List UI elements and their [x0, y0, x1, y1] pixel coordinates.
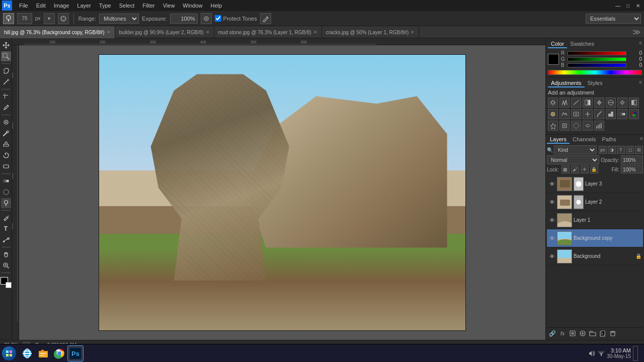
filter-shape-icon[interactable]: ◻ [626, 146, 634, 154]
healing-tool[interactable] [1, 117, 11, 127]
dodge-tool-btn[interactable] [3, 13, 14, 24]
fill-input[interactable]: 100% [621, 165, 643, 173]
menu-file[interactable]: File [15, 2, 32, 10]
layer-item-layer1[interactable]: 👁 Layer 1 [547, 211, 643, 229]
tab-paths[interactable]: Paths [599, 136, 619, 144]
layer1-visibility-toggle[interactable]: 👁 [548, 217, 555, 224]
show-desktop-btn[interactable] [633, 346, 638, 361]
wand-tool[interactable] [1, 77, 11, 87]
menu-edit[interactable]: Edit [32, 2, 50, 10]
adj-icon-10[interactable] [559, 121, 570, 131]
adj-panel-menu[interactable]: ≡ [639, 79, 642, 87]
tab-builder-close[interactable]: ✕ [206, 30, 210, 35]
layer-item-background[interactable]: 👁 Background 🔒 [547, 247, 643, 265]
background-visibility-toggle[interactable]: 👁 [548, 253, 555, 260]
r-slider-track[interactable] [568, 51, 626, 55]
bw-adj-icon[interactable] [629, 98, 639, 108]
adj-icon-9[interactable] [548, 121, 558, 131]
pen-tool[interactable] [1, 213, 11, 223]
exposure-adj-icon[interactable] [583, 98, 593, 108]
tab-hill[interactable]: hill.jpg @ 76.3% (Background copy, RGB/8… [0, 26, 115, 38]
dodge-tool[interactable] [1, 198, 11, 208]
taskbar-chrome-btn[interactable] [51, 345, 67, 361]
brush-settings-btn[interactable] [58, 13, 69, 24]
new-layer-btn[interactable] [599, 329, 607, 337]
crop-tool[interactable] [1, 92, 11, 102]
tab-channels[interactable]: Channels [570, 136, 599, 144]
selectivecolor-adj-icon[interactable] [629, 109, 639, 119]
layer-item-layer2[interactable]: 👁 Layer 2 [547, 193, 643, 211]
range-dropdown[interactable]: Midtones Shadows Highlights [99, 14, 139, 24]
channelmixer-adj-icon[interactable] [559, 109, 570, 119]
stamp-tool[interactable] [1, 139, 11, 149]
airbrush-btn[interactable] [260, 13, 271, 24]
blur-tool[interactable] [1, 187, 11, 197]
layer-fx-btn[interactable]: fx [558, 329, 567, 337]
menu-image[interactable]: Image [50, 2, 73, 10]
invert-adj-icon[interactable] [583, 109, 593, 119]
threshold-adj-icon[interactable] [606, 109, 616, 119]
menu-layer[interactable]: Layer [73, 2, 95, 10]
filter-adj-icon[interactable]: ◑ [608, 146, 616, 154]
brush-tool[interactable] [1, 128, 11, 138]
tab-mudstone-close[interactable]: ✕ [313, 30, 317, 35]
colorbalance-adj-icon[interactable] [617, 98, 627, 108]
exposure-adjust-btn[interactable] [201, 13, 212, 24]
brush-size-display[interactable]: 76 [17, 13, 32, 24]
menu-filter[interactable]: Filter [138, 2, 158, 10]
opacity-input[interactable]: 100% [621, 155, 643, 164]
move-tool[interactable] [1, 40, 11, 50]
history-tool[interactable] [1, 150, 11, 160]
protect-tones-checkbox[interactable] [215, 15, 221, 22]
layer-item-layer3[interactable]: 👁 Layer 3 [547, 175, 643, 193]
zoom-tool[interactable] [1, 260, 11, 270]
hand-tool[interactable] [1, 249, 11, 259]
selection-tool[interactable] [1, 51, 11, 61]
tab-hill-close[interactable]: ✕ [107, 30, 111, 35]
layers-panel-menu[interactable]: ≡ [640, 136, 643, 144]
colorlookup-adj-icon[interactable] [571, 109, 581, 119]
taskbar-photoshop-btn[interactable]: Ps [67, 345, 84, 361]
menu-view[interactable]: View [159, 2, 179, 10]
lock-transparent-icon[interactable]: ▦ [561, 165, 570, 173]
add-mask-btn[interactable] [569, 329, 577, 337]
tab-adjustments[interactable]: Adjustments [548, 79, 585, 87]
filter-pixel-icon[interactable]: px [599, 146, 607, 154]
lasso-tool[interactable] [1, 66, 11, 76]
menu-window[interactable]: Window [179, 2, 206, 10]
maximize-button[interactable]: □ [624, 2, 632, 9]
taskbar-explorer-btn[interactable] [35, 345, 51, 361]
gradient-tool[interactable] [1, 176, 11, 186]
new-group-btn[interactable] [589, 329, 597, 337]
adj-icon-12[interactable] [583, 121, 593, 131]
active-color-swatch[interactable] [548, 54, 559, 65]
tab-styles[interactable]: Styles [585, 79, 606, 87]
menu-help[interactable]: Help [206, 2, 226, 10]
bgcopy-visibility-toggle[interactable]: 👁 [548, 235, 555, 242]
lock-position-icon[interactable]: ✛ [581, 165, 589, 173]
b-slider-track[interactable] [568, 63, 626, 67]
tab-cracks-close[interactable]: ✕ [411, 30, 415, 35]
spectrum-bar[interactable] [548, 70, 642, 75]
brush-options-btn[interactable]: ▾ [44, 13, 55, 24]
fg-bg-colors[interactable] [1, 277, 12, 288]
levels-adj-icon[interactable] [559, 98, 570, 108]
menu-type[interactable]: Type [95, 2, 115, 10]
eraser-tool[interactable] [1, 161, 11, 171]
path-tool[interactable] [1, 235, 11, 245]
new-adj-layer-btn[interactable] [579, 329, 587, 337]
hsl-adj-icon[interactable] [606, 98, 616, 108]
text-tool[interactable]: T [1, 224, 11, 234]
tab-builder[interactable]: builder.jpg @ 90.9% (Layer 2, RGB/8) ✕ [115, 26, 214, 38]
delete-layer-btn[interactable] [609, 329, 617, 337]
tab-swatches[interactable]: Swatches [567, 40, 597, 48]
layer3-visibility-toggle[interactable]: 👁 [548, 180, 555, 188]
panels-toggle[interactable]: ≫ [632, 26, 644, 38]
lock-all-icon[interactable]: 🔒 [590, 165, 598, 173]
tab-cracks[interactable]: cracks.jpg @ 50% (Layer 1, RGB/8#) ✕ [322, 26, 420, 38]
exposure-input[interactable] [170, 14, 198, 24]
curves-adj-icon[interactable] [571, 98, 581, 108]
windows-start-btn[interactable] [2, 346, 16, 360]
layer-item-bgcopy[interactable]: 👁 Background copy [547, 229, 643, 247]
menu-select[interactable]: Select [115, 2, 139, 10]
